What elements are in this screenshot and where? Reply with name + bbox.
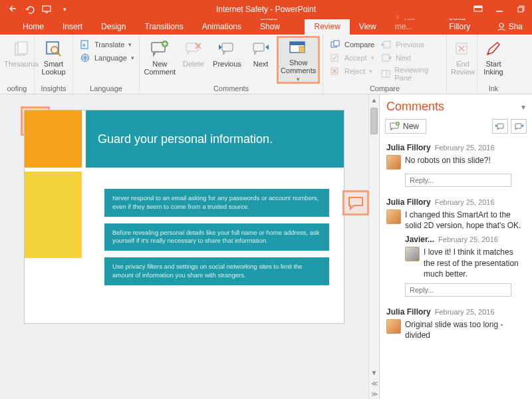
smart-lookup-icon: [43, 40, 65, 59]
translate-icon: a: [80, 39, 90, 50]
reply-input[interactable]: [405, 174, 511, 187]
show-comments-label: Show Comments: [281, 59, 316, 74]
share-label: Sha: [509, 22, 523, 31]
tab-review[interactable]: Review: [305, 19, 349, 35]
person-icon: [497, 22, 506, 31]
translate-button[interactable]: a Translate: [77, 39, 137, 51]
comments-pane-menu-icon[interactable]: ▾: [521, 102, 525, 112]
next-comment-icon: [250, 40, 271, 59]
show-comments-button[interactable]: Show Comments: [278, 37, 319, 82]
slide-bullets: Never respond to an email asking for any…: [104, 189, 329, 285]
svg-text:a: a: [82, 42, 86, 48]
accept-icon: [330, 53, 340, 63]
slide-title: Guard your personal information.: [86, 110, 344, 168]
prev-slide-icon[interactable]: ≪: [369, 378, 379, 388]
group-label-language: Language: [77, 84, 135, 94]
group-label-ink: Ink: [481, 84, 505, 94]
svg-rect-30: [382, 70, 390, 77]
comment-text: No robots on this slide?!: [405, 155, 491, 170]
delete-comment-button[interactable]: Delete: [178, 37, 210, 82]
scroll-thumb[interactable]: [370, 108, 378, 134]
svg-rect-19: [222, 43, 233, 51]
new-comment-pane-label: New: [403, 122, 419, 131]
back-icon[interactable]: [7, 3, 19, 15]
tab-insert[interactable]: Insert: [53, 19, 92, 35]
accept-button[interactable]: Accept: [327, 52, 377, 64]
svg-rect-2: [474, 6, 482, 8]
vertical-scrollbar[interactable]: ▲ ▼ ≪ ≫: [368, 94, 379, 399]
scroll-track[interactable]: [369, 105, 379, 367]
new-comment-button[interactable]: New Comment: [144, 37, 176, 82]
new-comment-small-icon: [390, 122, 400, 131]
scroll-down-icon[interactable]: ▼: [369, 367, 379, 378]
slide: Guard your personal information. Never r…: [25, 110, 344, 323]
previous-change-label: Previous: [396, 41, 424, 49]
reject-button[interactable]: Reject: [327, 65, 377, 77]
start-inking-button[interactable]: Start Inking: [481, 37, 505, 82]
comment-text: I changed this SmartArt to the solid 2D …: [405, 209, 525, 231]
comment-author: Javier...: [405, 235, 434, 244]
title-bar: ▾ Internet Safety - PowerPoint: [0, 0, 532, 19]
comments-prev-button[interactable]: [492, 119, 508, 134]
ribbon-tabs: Home Insert Design Transitions Animation…: [0, 19, 532, 35]
previous-comment-button[interactable]: Previous: [211, 37, 243, 82]
tab-transitions[interactable]: Transitions: [135, 19, 192, 35]
thesaurus-icon: [11, 40, 32, 59]
comment-thread[interactable]: Julia FilloryFebruary 25, 2016 Original …: [380, 303, 532, 347]
avatar: [386, 209, 401, 224]
next-change-label: Next: [396, 54, 411, 62]
next-change-button[interactable]: Next: [378, 52, 442, 64]
reviewing-pane-button[interactable]: Reviewing Pane: [378, 65, 442, 82]
window-title: Internet Safety - PowerPoint: [216, 5, 316, 14]
comments-next-button[interactable]: [511, 119, 527, 134]
qat-customize-icon[interactable]: ▾: [59, 3, 70, 15]
svg-rect-23: [299, 47, 305, 53]
new-comment-pane-button[interactable]: New: [385, 119, 426, 134]
thesaurus-button[interactable]: Thesaurus: [4, 37, 39, 82]
svg-rect-0: [43, 6, 51, 11]
minimize-icon[interactable]: [492, 3, 507, 16]
comment-author: Julia Fillory: [386, 307, 431, 317]
group-label-empty: [451, 92, 473, 94]
comments-pane-title: Comments: [386, 100, 444, 114]
ribbon-display-icon[interactable]: [471, 3, 485, 16]
next-comment-label: Next: [253, 60, 269, 68]
bullet-item: Use privacy filters and settings on soci…: [104, 257, 329, 285]
comment-marker-inline[interactable]: [342, 190, 369, 215]
restore-icon[interactable]: [513, 3, 528, 16]
comment-text: Original slide was too long - divided: [405, 319, 525, 340]
end-review-icon: [452, 40, 473, 59]
group-label-compare: Compare: [327, 84, 442, 94]
svg-rect-28: [384, 41, 390, 48]
end-review-button[interactable]: End Review: [451, 37, 475, 82]
svg-point-5: [499, 23, 503, 27]
comment-thread[interactable]: Julia FilloryFebruary 25, 2016 I changed…: [380, 194, 532, 303]
compare-button[interactable]: Compare: [327, 39, 377, 51]
ribbon: Thesaurus oofing Smart Lookup Insights a…: [0, 35, 532, 94]
previous-change-button[interactable]: Previous: [378, 39, 442, 51]
next-slide-icon[interactable]: ≫: [369, 388, 379, 399]
comment-thread[interactable]: Julia FilloryFebruary 25, 2016 No robots…: [380, 139, 532, 194]
workspace: Guard your personal information. Never r…: [0, 94, 532, 399]
tab-view[interactable]: View: [350, 19, 386, 35]
tab-home[interactable]: Home: [13, 19, 53, 35]
slideshow-start-icon[interactable]: [41, 3, 53, 15]
smart-lookup-button[interactable]: Smart Lookup: [39, 37, 68, 82]
language-label: Language: [94, 54, 127, 62]
slide-canvas-area[interactable]: Guard your personal information. Never r…: [0, 94, 368, 399]
share-button[interactable]: Sha: [487, 19, 532, 35]
tab-animations[interactable]: Animations: [193, 19, 251, 35]
reject-label: Reject: [344, 67, 365, 75]
svg-point-9: [51, 47, 58, 53]
new-comment-label: New Comment: [144, 60, 176, 76]
accept-label: Accept: [344, 54, 367, 62]
scroll-up-icon[interactable]: ▲: [369, 94, 379, 105]
start-inking-label: Start Inking: [483, 60, 503, 76]
group-label-insights: Insights: [39, 84, 68, 94]
tab-design[interactable]: Design: [92, 19, 135, 35]
compare-icon: [330, 39, 340, 50]
redo-icon[interactable]: [24, 3, 36, 15]
reply-input[interactable]: [405, 283, 511, 297]
language-button[interactable]: Language: [77, 52, 137, 64]
next-comment-button[interactable]: Next: [245, 37, 277, 82]
